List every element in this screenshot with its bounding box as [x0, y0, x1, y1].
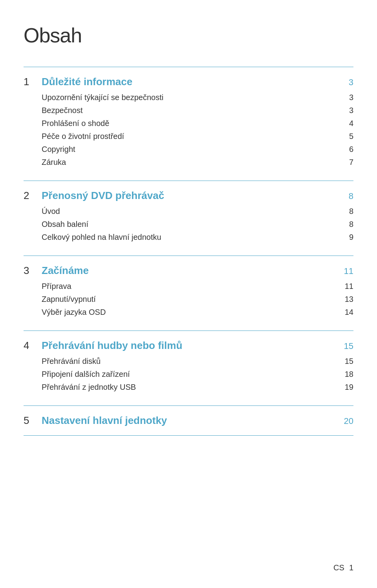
- sub-item-page: 4: [349, 119, 353, 128]
- section-number-1: 1: [24, 76, 35, 88]
- sub-item-page: 8: [349, 207, 353, 216]
- section-header-2: 2Přenosný DVD přehrávač8: [24, 190, 353, 202]
- section-page-2: 8: [349, 191, 353, 201]
- sub-item-page: 7: [349, 158, 353, 167]
- sub-item-label: Výběr jazyka OSD: [42, 308, 106, 317]
- section-number-4: 4: [24, 340, 35, 352]
- list-item: Prohlášení o shodě4: [42, 117, 353, 130]
- list-item: Obsah balení8: [42, 218, 353, 231]
- section-header-1: 1Důležité informace3: [24, 76, 353, 88]
- sub-item-page: 5: [349, 132, 353, 141]
- section-title-4: Přehrávání hudby nebo filmů: [42, 340, 182, 352]
- footer-lang: CS: [333, 563, 344, 572]
- section-divider-5: [24, 435, 353, 436]
- toc-sections: 1Důležité informace3Upozornění týkající …: [24, 67, 353, 436]
- section-3: 3Začínáme11Příprava11Zapnutí/vypnutí13Vý…: [24, 256, 353, 331]
- sub-item-label: Přehrávání z jednotky USB: [42, 383, 136, 392]
- section-header-5: 5Nastavení hlavní jednotky20: [24, 415, 353, 427]
- footer-page: 1: [349, 563, 353, 572]
- sub-item-label: Příprava: [42, 282, 71, 291]
- list-item: Copyright6: [42, 143, 353, 156]
- list-item: Připojení dalších zařízení18: [42, 368, 353, 381]
- sub-item-page: 6: [349, 145, 353, 154]
- sub-item-page: 8: [349, 220, 353, 229]
- sub-item-label: Obsah balení: [42, 220, 88, 229]
- section-4: 4Přehrávání hudby nebo filmů15Přehrávání…: [24, 331, 353, 406]
- sub-item-page: 18: [345, 370, 353, 379]
- sub-item-label: Úvod: [42, 207, 60, 216]
- section-1: 1Důležité informace3Upozornění týkající …: [24, 67, 353, 181]
- sub-item-page: 15: [345, 357, 353, 366]
- list-item: Upozornění týkající se bezpečnosti3: [42, 91, 353, 104]
- list-item: Přehrávání disků15: [42, 355, 353, 368]
- section-subitems-3: Příprava11Zapnutí/vypnutí13Výběr jazyka …: [24, 280, 353, 322]
- section-title-2: Přenosný DVD přehrávač: [42, 190, 164, 202]
- section-header-4: 4Přehrávání hudby nebo filmů15: [24, 340, 353, 352]
- sub-item-page: 11: [345, 282, 353, 291]
- section-title-5: Nastavení hlavní jednotky: [42, 415, 167, 427]
- section-header-left-2: 2Přenosný DVD přehrávač: [24, 190, 164, 202]
- section-header-left-5: 5Nastavení hlavní jednotky: [24, 415, 167, 427]
- sub-item-label: Zapnutí/vypnutí: [42, 295, 96, 304]
- section-page-4: 15: [344, 341, 353, 351]
- sub-item-page: 13: [345, 295, 353, 304]
- sub-item-label: Záruka: [42, 158, 66, 167]
- sub-item-label: Přehrávání disků: [42, 357, 101, 366]
- list-item: Péče o životní prostředí5: [42, 130, 353, 143]
- section-title-3: Začínáme: [42, 265, 89, 277]
- sub-item-page: 3: [349, 106, 353, 115]
- section-header-left-3: 3Začínáme: [24, 265, 89, 277]
- sub-item-label: Bezpečnost: [42, 106, 83, 115]
- sub-item-label: Prohlášení o shodě: [42, 119, 109, 128]
- list-item: Záruka7: [42, 156, 353, 169]
- list-item: Bezpečnost3: [42, 104, 353, 117]
- list-item: Výběr jazyka OSD14: [42, 306, 353, 319]
- list-item: Celkový pohled na hlavní jednotku9: [42, 231, 353, 244]
- sub-item-label: Copyright: [42, 145, 75, 154]
- section-number-2: 2: [24, 190, 35, 202]
- sub-item-page: 3: [349, 93, 353, 102]
- section-number-3: 3: [24, 265, 35, 277]
- section-5: 5Nastavení hlavní jednotky20: [24, 406, 353, 436]
- sub-item-page: 19: [345, 383, 353, 392]
- sub-item-page: 9: [349, 233, 353, 242]
- section-subitems-1: Upozornění týkající se bezpečnosti3Bezpe…: [24, 91, 353, 172]
- section-page-5: 20: [344, 416, 353, 426]
- section-page-3: 11: [344, 266, 353, 276]
- section-title-1: Důležité informace: [42, 76, 132, 88]
- sub-item-label: Celkový pohled na hlavní jednotku: [42, 233, 161, 242]
- section-subitems-4: Přehrávání disků15Připojení dalších zaří…: [24, 355, 353, 397]
- list-item: Příprava11: [42, 280, 353, 293]
- section-header-left-1: 1Důležité informace: [24, 76, 132, 88]
- list-item: Úvod8: [42, 205, 353, 218]
- section-2: 2Přenosný DVD přehrávač8Úvod8Obsah balen…: [24, 181, 353, 256]
- page-title: Obsah: [24, 24, 353, 47]
- section-number-5: 5: [24, 415, 35, 427]
- section-subitems-2: Úvod8Obsah balení8Celkový pohled na hlav…: [24, 205, 353, 247]
- sub-item-label: Upozornění týkající se bezpečnosti: [42, 93, 163, 102]
- section-header-left-4: 4Přehrávání hudby nebo filmů: [24, 340, 182, 352]
- sub-item-label: Připojení dalších zařízení: [42, 370, 130, 379]
- sub-item-label: Péče o životní prostředí: [42, 132, 124, 141]
- sub-item-page: 14: [345, 308, 353, 317]
- footer: CS 1: [333, 563, 353, 572]
- section-header-3: 3Začínáme11: [24, 265, 353, 277]
- section-page-1: 3: [349, 77, 353, 88]
- list-item: Přehrávání z jednotky USB19: [42, 381, 353, 394]
- list-item: Zapnutí/vypnutí13: [42, 293, 353, 306]
